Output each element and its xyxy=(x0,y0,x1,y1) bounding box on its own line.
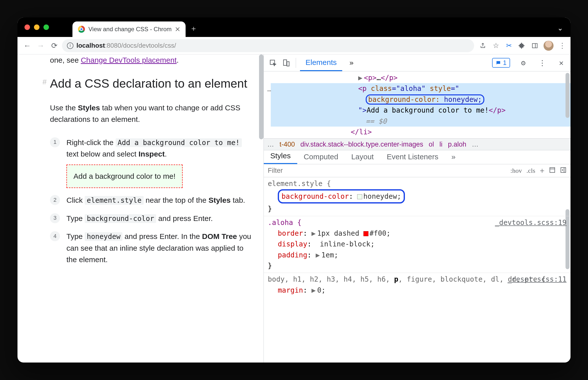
intro-suffix: . xyxy=(177,56,179,64)
bookmark-icon[interactable]: ☆ xyxy=(492,41,500,50)
steps-list: 1 Right-click the Add a background color… xyxy=(50,137,254,266)
more-tabs-icon[interactable]: » xyxy=(344,54,359,71)
color-swatch-icon[interactable] xyxy=(363,231,368,236)
hov-toggle[interactable]: :hov xyxy=(510,167,522,175)
extensions-icon[interactable] xyxy=(518,41,526,50)
scissors-icon[interactable]: ✂ xyxy=(505,41,513,50)
step-body: Right-click the Add a background color t… xyxy=(66,137,254,188)
highlighted-style: background-color: honeydew; xyxy=(366,94,484,105)
tab-title: View and change CSS - Chrom xyxy=(88,26,172,33)
step-2: 2 Click element.style near the top of th… xyxy=(50,194,254,206)
style-rule-element[interactable]: element.style { background-color: honeyd… xyxy=(264,177,571,216)
tab-strip: View and change CSS - Chrom ＋ ⌄ xyxy=(17,17,571,37)
tabs-menu-icon[interactable]: ⌄ xyxy=(557,24,563,32)
settings-icon[interactable]: ⚙ xyxy=(518,57,529,69)
close-devtools-icon[interactable]: ✕ xyxy=(556,57,567,69)
placement-link[interactable]: Change DevTools placement xyxy=(81,56,177,64)
close-window-icon[interactable] xyxy=(24,24,30,30)
bc-item[interactable]: t-400 xyxy=(280,141,295,148)
computed-styles-icon[interactable] xyxy=(549,167,556,175)
browser-toolbar: ← → ⟳ i localhost:8080/docs/devtools/css… xyxy=(17,37,571,54)
reload-button[interactable]: ⟳ xyxy=(48,40,60,51)
devtools-menu-icon[interactable]: ⋮ xyxy=(537,57,548,69)
dom-tree[interactable]: ⋯ ▶<p>…</p> <p class="aloha" style=" bac… xyxy=(264,71,571,138)
expand-icon[interactable]: ▶ xyxy=(358,72,362,83)
demo-element[interactable]: Add a background color to me! xyxy=(66,165,183,188)
bc-item-selected[interactable]: p.aloh xyxy=(448,141,466,148)
bc-item[interactable]: ol xyxy=(429,141,434,148)
favicon-icon xyxy=(78,26,85,33)
devtools-panel: Elements » 1 ⚙ ⋮ ✕ ⋯ ▶<p>…</p> xyxy=(264,54,571,363)
site-info-icon[interactable]: i xyxy=(67,42,73,49)
page-scrollbar[interactable] xyxy=(259,54,264,139)
step-3: 3 Type background-color and press Enter. xyxy=(50,213,254,224)
dom-breadcrumb[interactable]: … t-400 div.stack.stack--block.type.cent… xyxy=(264,138,571,150)
expand-icon[interactable]: ▶ xyxy=(316,250,320,260)
inline-code: Add a background color to me! xyxy=(116,138,242,147)
step-body: Type honeydew and press Enter. In the DO… xyxy=(66,231,254,266)
color-swatch-icon[interactable] xyxy=(357,194,362,199)
browser-tab[interactable]: View and change CSS - Chrom xyxy=(72,21,186,37)
share-icon[interactable] xyxy=(479,41,487,50)
bc-item[interactable]: … xyxy=(267,141,274,148)
cls-toggle[interactable]: .cls xyxy=(526,167,535,175)
content-split: one, see Change DevTools placement. Add … xyxy=(17,54,571,363)
address-bar[interactable]: i localhost:8080/docs/devtools/css/ xyxy=(62,39,474,52)
new-tab-button[interactable]: ＋ xyxy=(188,22,200,34)
more-subtabs-icon[interactable]: » xyxy=(445,153,462,164)
back-button[interactable]: ← xyxy=(21,40,33,51)
step-body: Click element.style near the top of the … xyxy=(66,194,254,206)
minimize-window-icon[interactable] xyxy=(34,24,39,30)
step-4: 4 Type honeydew and press Enter. In the … xyxy=(50,231,254,266)
url-path: /docs/devtools/css/ xyxy=(121,42,176,49)
toggle-sidebar-icon[interactable] xyxy=(560,167,567,175)
new-style-rule-icon[interactable]: + xyxy=(540,166,545,176)
styles-tab[interactable]: Styles xyxy=(264,152,297,164)
bc-item[interactable]: li xyxy=(439,141,442,148)
dom-scrollbar[interactable] xyxy=(566,73,570,118)
step-number: 1 xyxy=(50,137,60,147)
dom-line-selected[interactable]: ">Add a background color to me!</p> xyxy=(271,105,571,116)
issues-button[interactable]: 1 xyxy=(492,58,510,68)
highlighted-declaration: background-color: honeydew; xyxy=(278,189,405,203)
fullscreen-window-icon[interactable] xyxy=(43,24,49,30)
elements-tab[interactable]: Elements xyxy=(300,54,342,71)
dom-line[interactable]: </li> xyxy=(271,127,571,137)
side-panel-icon[interactable] xyxy=(531,41,539,50)
rule-close: } xyxy=(268,260,567,271)
close-tab-icon[interactable] xyxy=(175,27,180,32)
expand-icon[interactable]: ▶ xyxy=(311,228,316,239)
style-rule-aloha[interactable]: _devtools.scss:19 .aloha { border: ▶1px … xyxy=(264,216,571,273)
profile-avatar[interactable] xyxy=(544,41,554,51)
browser-menu-icon[interactable]: ⋮ xyxy=(558,41,567,50)
computed-tab[interactable]: Computed xyxy=(297,153,345,164)
bc-item[interactable]: … xyxy=(472,141,479,148)
rule-selector: element.style { xyxy=(268,178,567,189)
rule-source-link[interactable]: _reset.scss:11 xyxy=(508,274,567,285)
devtools-main-tabs: Elements » 1 ⚙ ⋮ ✕ xyxy=(264,54,571,71)
window-controls xyxy=(24,24,49,30)
svg-rect-4 xyxy=(287,62,289,66)
expand-icon[interactable]: ▶ xyxy=(311,285,316,296)
rule-close: } xyxy=(268,203,567,214)
svg-rect-5 xyxy=(550,168,555,173)
browser-window: View and change CSS - Chrom ＋ ⌄ ← → ⟳ i … xyxy=(17,17,571,363)
device-toolbar-icon[interactable] xyxy=(280,57,292,69)
dom-line[interactable]: ▶<p>…</p> xyxy=(271,72,571,83)
inspect-element-icon[interactable] xyxy=(267,57,279,69)
forward-button[interactable]: → xyxy=(35,40,46,51)
layout-tab[interactable]: Layout xyxy=(345,153,380,164)
filter-input[interactable] xyxy=(268,167,506,175)
dom-line-selected[interactable]: background-color: honeydew; xyxy=(271,94,571,105)
url-port: :8080 xyxy=(105,42,121,49)
dom-line-selected[interactable]: <p class="aloha" style=" xyxy=(271,83,571,94)
bc-item[interactable]: div.stack.stack--block.type.center-image… xyxy=(300,141,423,148)
svg-rect-3 xyxy=(284,60,287,65)
style-rule-reset[interactable]: _reset.scss:11 body, h1, h2, h3, h4, h5,… xyxy=(264,273,571,297)
intro-prefix: one, see xyxy=(50,56,81,64)
dom-row-menu-icon[interactable]: ⋯ xyxy=(267,87,272,94)
event-listeners-tab[interactable]: Event Listeners xyxy=(380,153,445,164)
rule-source-link[interactable]: _devtools.scss:19 xyxy=(495,217,567,228)
intro-line: one, see Change DevTools placement. xyxy=(50,54,254,66)
page-heading: Add a CSS declaration to an element xyxy=(50,76,254,91)
